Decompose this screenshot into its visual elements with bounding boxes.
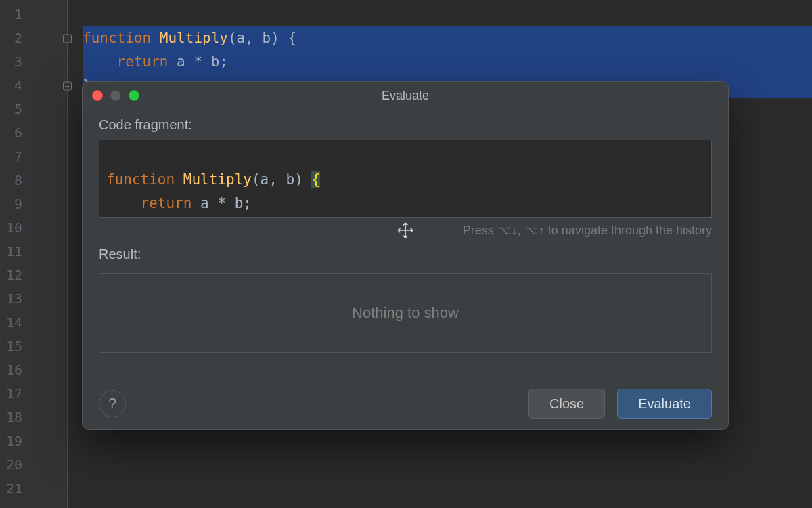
dialog-titlebar[interactable]: Evaluate bbox=[83, 82, 728, 109]
evaluate-dialog: Evaluate Code fragment: function Multipl… bbox=[82, 81, 729, 430]
close-window-icon[interactable] bbox=[92, 90, 103, 101]
code-line: return a * b; bbox=[83, 50, 812, 74]
zoom-window-icon[interactable] bbox=[129, 90, 139, 101]
result-label: Result: bbox=[99, 247, 712, 262]
result-placeholder: Nothing to show bbox=[352, 304, 459, 322]
resize-handle-icon[interactable] bbox=[397, 221, 414, 239]
help-button[interactable]: ? bbox=[99, 390, 126, 417]
code-fragment-input[interactable]: function Multiply(a, b) { return a * b; … bbox=[99, 140, 712, 218]
expand-fragment-icon[interactable] bbox=[694, 146, 706, 158]
history-hint: Press ⌥↓, ⌥↑ to navigate through the his… bbox=[463, 223, 712, 238]
code-fragment-label: Code fragment: bbox=[99, 117, 712, 133]
close-button[interactable]: Close bbox=[528, 389, 605, 419]
fold-toggle-icon[interactable]: − bbox=[63, 34, 72, 43]
result-panel: Nothing to show bbox=[99, 273, 712, 353]
fold-end-icon[interactable]: − bbox=[63, 81, 72, 90]
dialog-title: Evaluate bbox=[83, 89, 728, 103]
evaluate-button[interactable]: Evaluate bbox=[617, 389, 712, 419]
code-line: function Multiply(a, b) { bbox=[83, 26, 812, 50]
minimize-window-icon[interactable] bbox=[110, 90, 121, 101]
gutter-fold-margin: − − bbox=[30, 0, 68, 508]
gutter-line-numbers: 1 2 3 4 5 6 7 8 9 10 11 12 13 14 15 16 1… bbox=[0, 0, 30, 508]
window-controls bbox=[92, 90, 139, 101]
